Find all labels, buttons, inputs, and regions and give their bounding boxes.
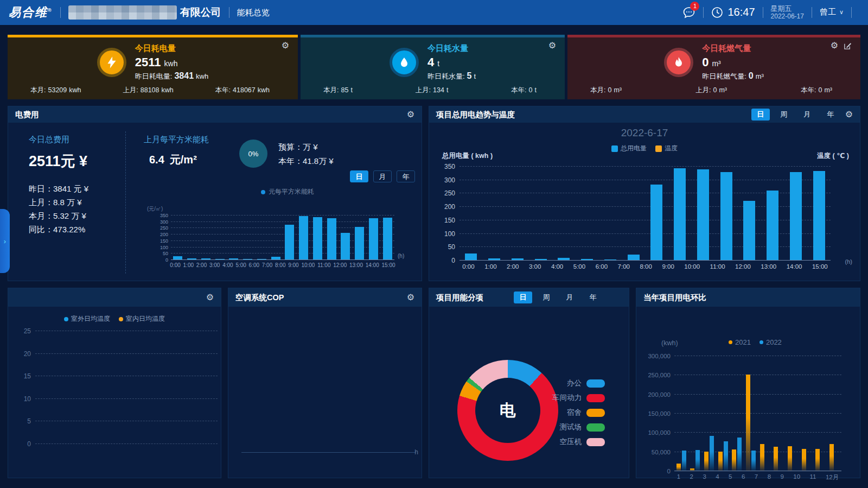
legend-mark — [119, 317, 123, 321]
x-tick-label: 4:00 — [551, 263, 563, 270]
legend-mark — [586, 379, 605, 388]
tab-日[interactable]: 日 — [514, 291, 532, 303]
kpi-title: 今日耗燃气量 — [702, 43, 764, 54]
bar — [313, 217, 322, 259]
chart-date-title: 2022-6-17 — [429, 127, 860, 139]
legend-item-室外日均温度[interactable]: 室外日均温度 — [64, 314, 110, 324]
x-tick-label: 0:00 — [462, 263, 474, 270]
gear-icon[interactable]: ⚙ — [282, 41, 289, 50]
bar — [650, 185, 662, 260]
panel-title: 电费用 — [15, 110, 39, 120]
panel-electricity-cost: 电费用 ⚙ 今日总费用 2511元 ¥ 昨日：3841 元 ¥ 上月：8.8 万… — [8, 106, 422, 281]
legend-item-测试场[interactable]: 测试场 — [560, 422, 605, 432]
legend-item[interactable]: 元每平方米能耗 — [261, 187, 314, 197]
panel-title: 当年项目用电环比 — [643, 293, 706, 303]
legend-item-2021[interactable]: 2021 — [729, 338, 751, 346]
bar — [813, 171, 825, 260]
bar-2022 — [682, 451, 686, 471]
x-tick-label: 5 — [729, 473, 732, 481]
bar-2022 — [695, 450, 700, 471]
tab-周[interactable]: 周 — [537, 291, 556, 303]
bar-2021 — [829, 444, 834, 471]
cost-detail-rows: 昨日：3841 元 ¥ 上月：8.8 万 ¥ 本月：5.32 万 ¥ 同比：47… — [29, 182, 88, 236]
legend-item-2022[interactable]: 2022 — [760, 338, 782, 346]
gear-icon[interactable]: ⚙ — [845, 110, 853, 119]
x-tick-label: 9 — [780, 473, 783, 481]
tab-月[interactable]: 月 — [798, 109, 816, 121]
card-accent-strip — [567, 35, 860, 37]
yearly-grouped-bar-chart: 300,000250,000200,000150,000100,00050,00… — [674, 356, 841, 471]
legend-item-室内日均温度[interactable]: 室内日均温度 — [119, 314, 165, 324]
kpi-main: 今日耗燃气量 0m³ 昨日耗燃气量:0m³ — [567, 35, 860, 81]
legend-mark — [586, 394, 605, 402]
kpi-value: 2511 — [135, 55, 161, 69]
legend-item-空压机[interactable]: 空压机 — [560, 437, 605, 447]
bar — [355, 227, 364, 259]
messages-button[interactable]: 1 — [682, 7, 695, 18]
bar — [628, 255, 640, 260]
panel-title: 空调系统COP — [235, 293, 284, 303]
x-tick-label: 10:00 — [301, 262, 315, 268]
bar-2022 — [724, 441, 728, 471]
bar-group-10 — [802, 356, 812, 471]
tab-年[interactable]: 年 — [584, 291, 602, 303]
x-tick-label: 3:00 — [209, 262, 220, 268]
legend-label: 2022 — [766, 338, 782, 346]
gridline: 5 — [35, 421, 218, 421]
gear-icon[interactable]: ⚙ — [407, 110, 414, 119]
nav-energy-overview[interactable]: 能耗总览 — [237, 8, 270, 18]
clock-group: 16:47 — [711, 6, 755, 18]
edit-icon[interactable] — [844, 42, 852, 50]
gear-icon[interactable]: ⚙ — [831, 41, 838, 50]
kpi-title: 今日耗水量 — [427, 43, 476, 54]
legend-dot — [261, 190, 265, 194]
x-tick-label: 4:00 — [222, 262, 233, 268]
x-tick-label: 8 — [768, 473, 771, 481]
gridline: 10 — [35, 398, 218, 399]
legend-item-总用电量[interactable]: 总用电量 — [611, 144, 647, 153]
company-suffix: 有限公司 — [180, 5, 221, 20]
year-line: 本年：41.8万 ¥ — [278, 154, 334, 168]
kpi-value: 0 — [702, 55, 709, 69]
tab-月[interactable]: 月 — [373, 170, 392, 182]
bar — [488, 258, 500, 260]
breakdown-period-tabs: 日周月年 — [514, 291, 602, 303]
bar — [512, 258, 524, 260]
gear-icon[interactable]: ⚙ — [206, 293, 214, 302]
bar — [187, 258, 196, 259]
kpi-text: 今日耗电量 2511kwh 昨日耗电量:3841kwh — [135, 43, 208, 81]
x-axis-labels: 0:001:002:003:004:005:006:007:008:009:00… — [457, 263, 833, 270]
x-tick-label: 8:00 — [275, 262, 285, 268]
gridline: 25 — [35, 331, 218, 331]
tab-日[interactable]: 日 — [751, 109, 770, 121]
y-tick-label: 15 — [24, 372, 35, 380]
tab-年[interactable]: 年 — [397, 170, 415, 182]
tab-周[interactable]: 周 — [775, 109, 793, 121]
tab-日[interactable]: 日 — [350, 170, 368, 182]
y-axis-unit: (元/㎡) — [147, 205, 163, 213]
legend-label: 测试场 — [560, 422, 582, 432]
x-tick-label: 4 — [716, 473, 719, 481]
electricity-icon — [97, 48, 126, 77]
y-tick-label: 20 — [24, 350, 35, 358]
bar-2021 — [774, 447, 778, 471]
gear-icon[interactable]: ⚙ — [548, 41, 556, 50]
kpi-yesterday: 昨日耗电量:3841kwh — [135, 71, 208, 81]
legend-label: 室内日均温度 — [126, 314, 165, 324]
gear-icon[interactable]: ⚙ — [407, 293, 414, 302]
sidebar-expander[interactable]: › — [0, 209, 10, 273]
y-tick-label: 250,000 — [648, 372, 674, 378]
sqm-energy-label: 上月每平方米能耗 — [144, 135, 209, 145]
gridline: 0 — [459, 260, 831, 261]
legend-item-温度[interactable]: 温度 — [655, 144, 678, 153]
tab-月[interactable]: 月 — [560, 291, 579, 303]
tab-年[interactable]: 年 — [821, 109, 840, 121]
legend-item-办公[interactable]: 办公 — [567, 378, 605, 388]
legend-item-宿舍[interactable]: 宿舍 — [567, 408, 605, 417]
x-tick-label: 2 — [690, 473, 693, 481]
legend-label: 车间动力 — [552, 393, 582, 403]
user-menu[interactable]: 曾工 ∨ — [820, 7, 844, 17]
panel-yearly-power-compare: 当年项目用电环比 (kwh) 20212022 300,000250,00020… — [636, 288, 860, 478]
x-axis-unit: h — [414, 448, 418, 456]
legend-item-车间动力[interactable]: 车间动力 — [552, 393, 605, 403]
